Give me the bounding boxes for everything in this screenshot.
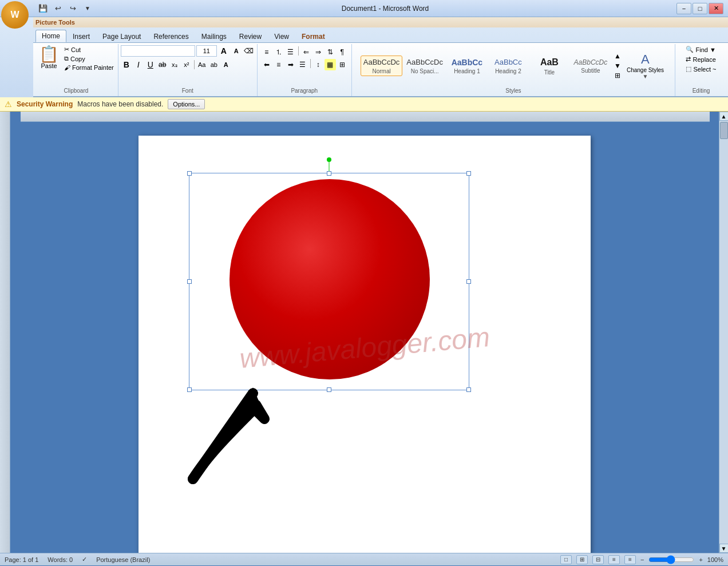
multilevel-btn[interactable]: ☰ xyxy=(285,46,296,58)
ribbon-container: Picture Tools Home Insert Page Layout Re… xyxy=(0,17,728,97)
customize-quick-btn[interactable]: ▼ xyxy=(81,2,94,15)
handle-top-center[interactable] xyxy=(327,171,331,176)
scroll-down-btn[interactable]: ▼ xyxy=(719,544,729,553)
borders-btn[interactable]: ⊞ xyxy=(337,59,348,70)
spelling-icon: ✓ xyxy=(82,556,87,563)
line-spacing-btn[interactable]: ↕ xyxy=(312,59,324,70)
justify-btn[interactable]: ☰ xyxy=(297,59,308,70)
cut-button[interactable]: ✂ Cut xyxy=(62,45,116,54)
style-title[interactable]: AaB Title xyxy=(529,54,569,77)
align-left-btn[interactable]: ⬅ xyxy=(261,59,272,70)
tab-insert[interactable]: Insert xyxy=(66,30,96,42)
font-size-input[interactable] xyxy=(196,45,217,57)
handle-bottom-right[interactable] xyxy=(466,387,471,392)
window-title: Document1 - Microsoft Word xyxy=(342,5,429,13)
format-painter-button[interactable]: 🖌 Format Painter xyxy=(62,64,116,72)
font-size-grow-btn[interactable]: A xyxy=(218,45,230,57)
tab-references[interactable]: References xyxy=(147,30,195,42)
superscript-btn[interactable]: x² xyxy=(181,59,192,70)
find-btn[interactable]: 🔍 Find ▼ xyxy=(684,45,718,54)
tab-format[interactable]: Format xyxy=(295,30,331,42)
styles-scroll: ▲ ▼ ⊞ xyxy=(612,52,623,80)
style-heading1[interactable]: AaBbCc Heading 1 xyxy=(447,56,487,77)
office-button[interactable]: W xyxy=(1,1,29,29)
zoom-slider[interactable] xyxy=(648,556,694,563)
style-no-spacing[interactable]: AaBbCcDc No Spaci... xyxy=(403,56,446,76)
clipboard-group-label: Clipboard xyxy=(37,86,116,95)
numbering-btn[interactable]: ⒈ xyxy=(273,46,284,58)
font-color-btn[interactable]: A xyxy=(220,59,232,70)
paste-label: Paste xyxy=(41,62,57,69)
increase-indent-btn[interactable]: ⇒ xyxy=(312,46,324,58)
rotate-handle[interactable] xyxy=(327,157,331,162)
font-family-input[interactable] xyxy=(121,45,195,57)
clipboard-content: 📋 Paste ✂ Cut ⧉ Copy 🖌 Format Painter xyxy=(37,45,116,86)
web-layout-btn[interactable]: ⊟ xyxy=(592,555,604,564)
scroll-up-btn[interactable]: ▲ xyxy=(719,112,729,121)
italic-btn[interactable]: I xyxy=(133,59,144,70)
bullets-btn[interactable]: ≡ xyxy=(261,46,272,58)
scroll-thumb[interactable] xyxy=(720,122,728,139)
tab-mailings[interactable]: Mailings xyxy=(195,30,233,42)
select-icon: ⬚ xyxy=(686,65,691,73)
tab-home[interactable]: Home xyxy=(35,30,66,42)
office-logo: W xyxy=(10,10,19,20)
style-heading1-label: Heading 1 xyxy=(454,68,480,74)
shading-btn[interactable]: ▦ xyxy=(325,59,336,70)
image-box[interactable] xyxy=(189,173,469,390)
style-heading2-label: Heading 2 xyxy=(495,68,521,74)
select-btn[interactable]: ⬚ Select ~ xyxy=(684,65,718,73)
handle-middle-right[interactable] xyxy=(466,279,471,284)
save-quick-btn[interactable]: 💾 xyxy=(37,2,49,15)
tab-page-layout[interactable]: Page Layout xyxy=(96,30,147,42)
print-layout-btn[interactable]: □ xyxy=(560,555,572,564)
minimize-btn[interactable]: − xyxy=(676,3,691,14)
style-heading2[interactable]: AaBbCc Heading 2 xyxy=(488,56,528,76)
change-styles-btn[interactable]: A Change Styles ▼ xyxy=(624,51,666,81)
align-center-btn[interactable]: ≡ xyxy=(273,59,284,70)
replace-btn[interactable]: ⇄ Replace xyxy=(684,55,718,64)
styles-scroll-down[interactable]: ▼ xyxy=(612,61,623,70)
font-controls: A A ⌫ B I U ab x₂ x² Aa ab A xyxy=(121,45,255,86)
draft-btn[interactable]: ≡ xyxy=(624,555,636,564)
tab-review[interactable]: Review xyxy=(233,30,268,42)
styles-scroll-up[interactable]: ▲ xyxy=(612,52,623,61)
show-marks-btn[interactable]: ¶ xyxy=(337,46,348,58)
red-circle xyxy=(230,179,430,379)
subscript-btn[interactable]: x₂ xyxy=(169,59,180,70)
bold-btn[interactable]: B xyxy=(121,59,132,70)
handle-bottom-center[interactable] xyxy=(327,387,331,392)
maximize-btn[interactable]: □ xyxy=(693,3,707,14)
copy-button[interactable]: ⧉ Copy xyxy=(62,54,116,63)
highlight-btn[interactable]: ab xyxy=(208,59,220,70)
change-case-btn[interactable]: Aa xyxy=(196,59,208,70)
handle-bottom-left[interactable] xyxy=(187,387,192,392)
font-format-row: B I U ab x₂ x² Aa ab A xyxy=(121,59,255,70)
style-subtitle[interactable]: AaBbCcDc Subtitle xyxy=(571,56,611,76)
styles-more[interactable]: ⊞ xyxy=(612,71,623,80)
redo-quick-btn[interactable]: ↪ xyxy=(66,2,79,15)
outline-btn[interactable]: ≡ xyxy=(608,555,620,564)
underline-btn[interactable]: U xyxy=(145,59,156,70)
highlight-icon: ab xyxy=(211,61,217,68)
handle-top-left[interactable] xyxy=(187,171,192,176)
align-right-btn[interactable]: ➡ xyxy=(285,59,296,70)
sort-btn[interactable]: ⇅ xyxy=(325,46,336,58)
picture-tools-bar: Picture Tools xyxy=(33,17,728,27)
handle-middle-left[interactable] xyxy=(187,279,192,284)
picture-tools-label: Picture Tools xyxy=(35,19,75,26)
font-size-shrink-btn[interactable]: A xyxy=(231,45,242,57)
paste-button[interactable]: 📋 Paste xyxy=(37,45,61,70)
decrease-indent-btn[interactable]: ⇐ xyxy=(300,46,312,58)
undo-quick-btn[interactable]: ↩ xyxy=(52,2,64,15)
change-styles-icon: A xyxy=(641,52,650,67)
style-normal[interactable]: AaBbCcDc Normal xyxy=(361,56,403,76)
strikethrough-btn[interactable]: ab xyxy=(157,59,168,70)
clear-format-btn[interactable]: ⌫ xyxy=(243,45,255,57)
tab-view[interactable]: View xyxy=(268,30,295,42)
handle-top-right[interactable] xyxy=(466,171,471,176)
close-btn[interactable]: ✕ xyxy=(709,3,723,14)
full-screen-btn[interactable]: ⊞ xyxy=(576,555,588,564)
style-title-preview: AaB xyxy=(540,56,559,69)
security-options-btn[interactable]: Options... xyxy=(168,99,205,109)
